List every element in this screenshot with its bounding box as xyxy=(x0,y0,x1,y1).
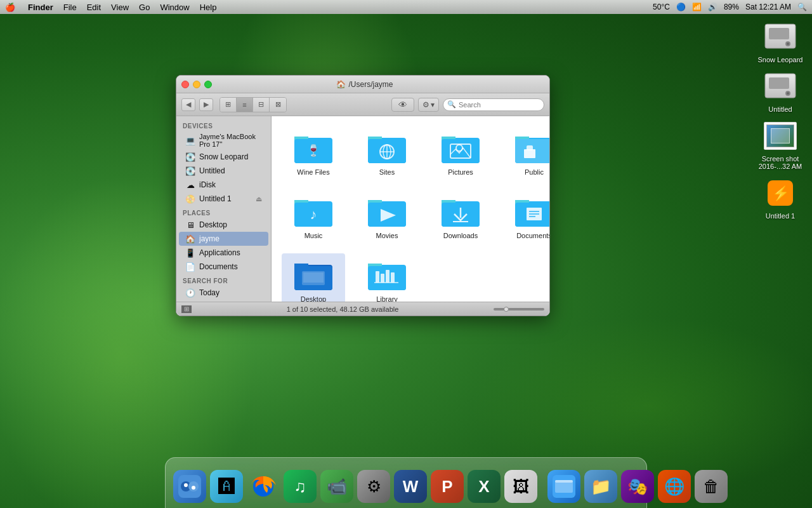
snow-leopard-sidebar-label: Snow Leopard xyxy=(199,152,248,161)
dropdown-arrow-icon: ▾ xyxy=(431,100,435,109)
folder-grid: 🍷 Wine Files Sites xyxy=(282,126,539,302)
menu-file[interactable]: File xyxy=(63,3,77,12)
titlebar: 🏠 /Users/jayme xyxy=(176,76,549,93)
action-button[interactable]: ⚙ ▾ xyxy=(418,98,439,112)
harddrive-untitled-icon: 💽 xyxy=(185,166,195,176)
temperature: 50°C xyxy=(653,3,670,11)
macbook-icon: 💻 xyxy=(185,135,195,145)
harddrive-snow-icon: 💽 xyxy=(185,152,195,162)
forward-button[interactable]: ▶ xyxy=(199,98,213,111)
documents-icon: 📄 xyxy=(185,262,195,272)
search-input[interactable] xyxy=(459,101,535,109)
desktop-icon-snow-leopard[interactable]: Snow Leopard xyxy=(755,19,806,64)
macbook-label: Jayme's MacBook Pro 17" xyxy=(199,133,262,148)
settings-dock-icon: ⚙ xyxy=(357,470,390,503)
search-menubar-icon[interactable]: 🔍 xyxy=(797,3,807,11)
usb-sidebar-icon: 📀 xyxy=(185,194,195,204)
folder-downloads[interactable]: Downloads xyxy=(429,190,492,243)
sidebar-item-documents[interactable]: 📄 Documents xyxy=(179,260,268,274)
zoom-slider[interactable] xyxy=(494,308,544,311)
screenshot-label: Screen shot2016-...32 AM xyxy=(759,155,802,170)
clock: Sat 12:21 AM xyxy=(745,3,791,11)
dock-item-appstore[interactable]: 🅰 xyxy=(210,470,243,503)
menu-window[interactable]: Window xyxy=(160,3,189,12)
folder-sites[interactable]: Sites xyxy=(355,126,419,180)
folder-desktop[interactable]: Desktop xyxy=(282,253,345,302)
menu-finder[interactable]: Finder xyxy=(28,3,53,12)
today-icon: 🕐 xyxy=(185,288,195,298)
dock-item-finder[interactable] xyxy=(173,470,206,503)
minimize-button[interactable] xyxy=(193,81,200,88)
svg-rect-59 xyxy=(376,271,379,283)
folder-library[interactable]: Library xyxy=(355,253,419,302)
dock-item-excel[interactable]: X xyxy=(468,470,501,503)
traffic-lights xyxy=(181,81,212,88)
dock-item-files[interactable]: 📁 xyxy=(584,470,617,503)
zoom-handle[interactable] xyxy=(504,307,509,312)
menu-help[interactable]: Help xyxy=(200,3,217,12)
back-button[interactable]: ◀ xyxy=(181,98,195,111)
dock-item-trash[interactable]: 🗑 xyxy=(695,470,728,503)
dock-item-preview[interactable]: 🖼 xyxy=(504,470,537,503)
word-dock-icon: W xyxy=(394,470,427,503)
menu-go[interactable]: Go xyxy=(139,3,150,12)
dock-item-facetime[interactable]: 📹 xyxy=(320,470,353,503)
sidebar-item-macbook[interactable]: 💻 Jayme's MacBook Pro 17" xyxy=(179,131,268,150)
folder-pictures[interactable]: Pictures xyxy=(429,126,492,180)
sidebar-item-untitled1[interactable]: 📀 Untitled 1 ⏏ xyxy=(179,192,268,206)
desktop-icon-untitled1[interactable]: ⚡ Untitled 1 xyxy=(755,175,806,220)
dock-item-firefox[interactable] xyxy=(247,470,280,503)
desktop-icon-screenshot[interactable]: Screen shot2016-...32 AM xyxy=(755,118,806,170)
dock-item-browser[interactable]: 🌐 xyxy=(658,470,691,503)
list-view-button[interactable]: ≡ xyxy=(237,98,253,112)
dock-item-word[interactable]: W xyxy=(394,470,427,503)
coverflow-view-button[interactable]: ⊠ xyxy=(270,98,286,112)
facetime-dock-icon: 📹 xyxy=(320,470,353,503)
fullscreen-button[interactable]: ⊞ xyxy=(181,305,192,313)
sidebar-item-applications[interactable]: 📱 Applications xyxy=(179,246,268,260)
dock-item-ppt[interactable]: P xyxy=(431,470,464,503)
home-sidebar-icon: 🏠 xyxy=(185,234,195,244)
sidebar-item-jayme[interactable]: 🏠 jayme xyxy=(179,232,268,246)
folder-wine-files[interactable]: 🍷 Wine Files xyxy=(282,126,345,180)
sidebar-item-idisk[interactable]: ☁ iDisk xyxy=(179,178,268,192)
icon-view-button[interactable]: ⊞ xyxy=(220,98,237,112)
search-icon: 🔍 xyxy=(447,100,456,109)
snow-leopard-label: Snow Leopard xyxy=(758,56,803,64)
svg-point-7 xyxy=(787,92,789,95)
menu-edit[interactable]: Edit xyxy=(87,3,101,12)
today-label: Today xyxy=(199,288,219,297)
applications-icon: 📱 xyxy=(185,248,195,258)
excel-dock-icon: X xyxy=(468,470,501,503)
dock-item-settings[interactable]: ⚙ xyxy=(357,470,390,503)
close-button[interactable] xyxy=(181,81,189,88)
apple-menu[interactable]: 🍎 xyxy=(5,3,15,12)
eject-icon[interactable]: ⏏ xyxy=(256,195,262,203)
sidebar-item-today[interactable]: 🕐 Today xyxy=(179,286,268,300)
svg-point-3 xyxy=(787,43,789,45)
preview-dock-icon: 🖼 xyxy=(504,470,537,503)
folder-music[interactable]: ♪ Music xyxy=(282,190,345,243)
folder-public[interactable]: Public xyxy=(502,126,549,180)
desktop-icon-untitled[interactable]: Untitled xyxy=(755,69,806,113)
desktop-grid-label: Desktop xyxy=(301,295,326,302)
folder-documents[interactable]: Documents xyxy=(502,190,549,243)
svg-rect-1 xyxy=(769,28,789,39)
sidebar-item-desktop[interactable]: 🖥 Desktop xyxy=(179,218,268,232)
maximize-button[interactable] xyxy=(204,81,212,88)
eye-button[interactable]: 👁 xyxy=(391,98,414,112)
home-icon: 🏠 xyxy=(336,80,346,89)
dock-item-spotify[interactable]: ♫ xyxy=(284,470,317,503)
menu-view[interactable]: View xyxy=(111,3,129,12)
sidebar-item-untitled[interactable]: 💽 Untitled xyxy=(179,164,268,178)
dock-item-finder2[interactable] xyxy=(547,470,580,503)
untitled-sidebar-label: Untitled xyxy=(199,166,225,175)
folder-movies[interactable]: Movies xyxy=(355,190,419,243)
column-view-button[interactable]: ⊟ xyxy=(253,98,270,112)
untitled1-sidebar-label: Untitled 1 xyxy=(199,194,232,203)
jayme-sidebar-label: jayme xyxy=(199,234,219,243)
finder2-dock-icon xyxy=(547,470,580,503)
svg-rect-30 xyxy=(524,149,535,158)
dock-item-events[interactable]: 🎭 xyxy=(621,470,654,503)
sidebar-item-snow-leopard[interactable]: 💽 Snow Leopard xyxy=(179,150,268,164)
